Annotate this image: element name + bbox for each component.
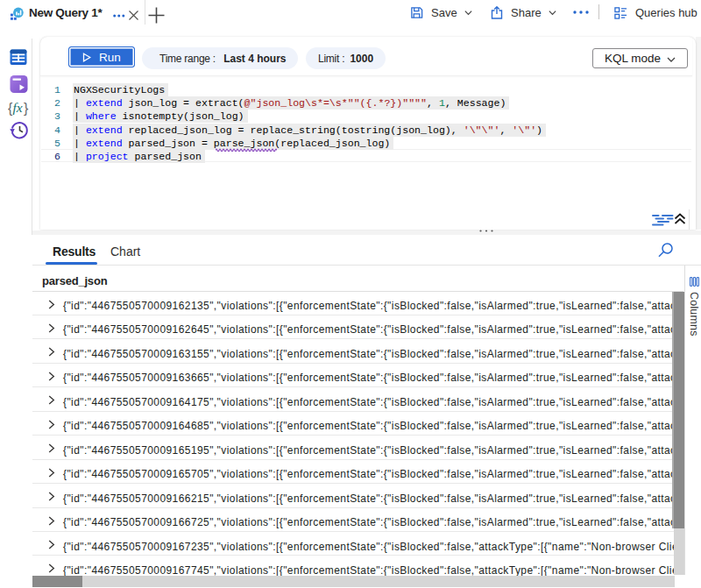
svg-text:}: }: [24, 101, 29, 116]
svg-text:fx: fx: [13, 100, 23, 115]
